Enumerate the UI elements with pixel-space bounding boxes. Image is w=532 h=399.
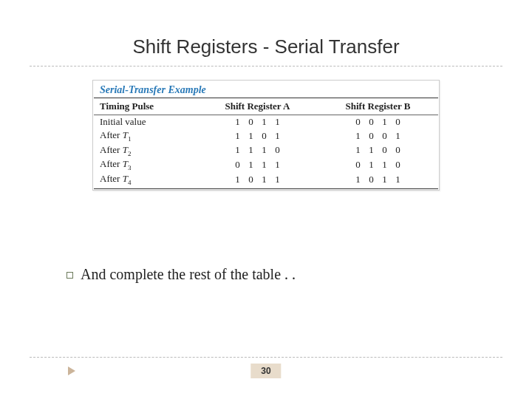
table-row: After T301110110: [94, 157, 438, 172]
serial-transfer-table: Timing Pulse Shift Register A Shift Regi…: [94, 98, 438, 189]
slide-title: Shift Registers - Serial Transfer: [0, 0, 532, 66]
table-row: After T410111011: [94, 172, 438, 189]
col-timing-pulse: Timing Pulse: [94, 98, 197, 115]
footer-divider: [30, 357, 502, 358]
cell-timing: Initial value: [94, 115, 197, 129]
cell-timing: After T3: [94, 157, 197, 172]
page-number: 30: [250, 364, 281, 378]
table-row: After T211101100: [94, 143, 438, 158]
cell-reg-b: 1011: [318, 172, 438, 189]
bullet-square-icon: [66, 272, 73, 279]
table-caption: Serial-Transfer Example: [94, 81, 438, 98]
cell-reg-b: 1001: [318, 129, 438, 143]
cell-reg-b: 1100: [318, 143, 438, 158]
play-triangle-icon: [68, 366, 75, 375]
table-row: After T111011001: [94, 129, 438, 143]
col-register-b: Shift Register B: [318, 98, 438, 115]
cell-reg-a: 1011: [197, 115, 318, 129]
cell-reg-a: 1011: [197, 172, 318, 189]
bullet-item: And complete the rest of the table . .: [66, 266, 296, 283]
cell-reg-a: 1101: [197, 129, 318, 143]
cell-reg-a: 1110: [197, 143, 318, 158]
title-divider: [30, 66, 502, 66]
cell-reg-a: 0111: [197, 157, 318, 172]
table-container: Serial-Transfer Example Timing Pulse Shi…: [92, 80, 440, 191]
cell-reg-b: 0010: [318, 115, 438, 129]
cell-timing: After T2: [94, 143, 197, 158]
table-row: Initial value10110010: [94, 115, 438, 129]
cell-reg-b: 0110: [318, 157, 438, 172]
cell-timing: After T1: [94, 129, 197, 143]
col-register-a: Shift Register A: [197, 98, 318, 115]
cell-timing: After T4: [94, 172, 197, 189]
bullet-text: And complete the rest of the table . .: [81, 266, 296, 282]
